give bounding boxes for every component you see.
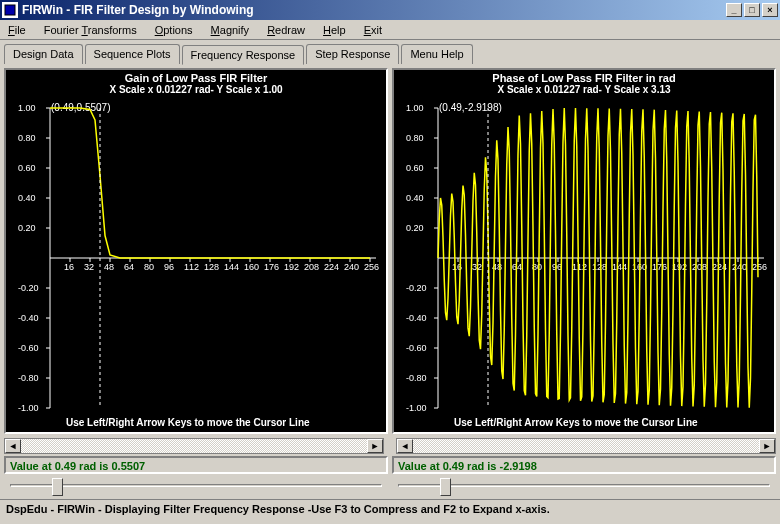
svg-text:-1.00: -1.00 [406, 403, 427, 413]
svg-text:0.40: 0.40 [406, 193, 424, 203]
svg-text:240: 240 [732, 262, 747, 272]
svg-text:-0.60: -0.60 [18, 343, 39, 353]
svg-text:112: 112 [572, 262, 587, 272]
svg-text:0.80: 0.80 [18, 133, 36, 143]
svg-text:96: 96 [164, 262, 174, 272]
svg-text:0.40: 0.40 [18, 193, 36, 203]
svg-text:176: 176 [652, 262, 667, 272]
slider-thumb[interactable] [52, 478, 63, 496]
phase-plot-title: Phase of Low Pass FIR Filter in rad [394, 72, 774, 84]
tab-frequency-response[interactable]: Frequency Response [182, 45, 305, 65]
svg-text:0.20: 0.20 [406, 223, 424, 233]
svg-text:-0.20: -0.20 [18, 283, 39, 293]
phase-value-readout: Value at 0.49 rad is -2.9198 [392, 456, 776, 474]
app-icon [2, 2, 18, 18]
close-button[interactable]: × [762, 3, 778, 17]
svg-text:160: 160 [244, 262, 259, 272]
svg-text:256: 256 [364, 262, 379, 272]
svg-text:208: 208 [692, 262, 707, 272]
gain-cursor-slider[interactable] [4, 475, 388, 499]
menu-redraw[interactable]: Redraw [263, 22, 309, 38]
svg-text:1.00: 1.00 [18, 103, 36, 113]
svg-text:64: 64 [124, 262, 134, 272]
status-bar: DspEdu - FIRWin - Displaying Filter Freq… [0, 499, 780, 518]
plot-area: Gain of Low Pass FIR Filter X Scale x 0.… [0, 64, 780, 438]
gain-value-readout: Value at 0.49 rad is 0.5507 [4, 456, 388, 474]
svg-text:144: 144 [612, 262, 627, 272]
scroll-left-icon[interactable]: ◄ [5, 439, 21, 453]
svg-text:240: 240 [344, 262, 359, 272]
svg-text:0.60: 0.60 [406, 163, 424, 173]
svg-text:-0.80: -0.80 [18, 373, 39, 383]
minimize-button[interactable]: _ [726, 3, 742, 17]
readout-row: Value at 0.49 rad is 0.5507 Value at 0.4… [0, 456, 780, 499]
titlebar: FIRWin - FIR Filter Design by Windowing … [0, 0, 780, 20]
menu-options[interactable]: Options [151, 22, 197, 38]
svg-text:-0.40: -0.40 [18, 313, 39, 323]
gain-chart: -1.00-0.80-0.60-0.40-0.200.200.400.600.8… [6, 100, 386, 420]
svg-text:176: 176 [264, 262, 279, 272]
svg-text:80: 80 [144, 262, 154, 272]
svg-text:-0.40: -0.40 [406, 313, 427, 323]
tab-menu-help[interactable]: Menu Help [401, 44, 472, 64]
svg-text:0.80: 0.80 [406, 133, 424, 143]
phase-plot-subtitle: X Scale x 0.01227 rad- Y Scale x 3.13 [394, 84, 774, 95]
svg-text:256: 256 [752, 262, 767, 272]
svg-text:-1.00: -1.00 [18, 403, 39, 413]
svg-rect-0 [5, 5, 15, 15]
slider-thumb[interactable] [440, 478, 451, 496]
menu-file[interactable]: File [4, 22, 30, 38]
gain-plot-panel[interactable]: Gain of Low Pass FIR Filter X Scale x 0.… [4, 68, 388, 434]
svg-text:16: 16 [64, 262, 74, 272]
menu-fourier[interactable]: Fourier Transforms [40, 22, 141, 38]
window-title: FIRWin - FIR Filter Design by Windowing [22, 3, 254, 17]
svg-text:1.00: 1.00 [406, 103, 424, 113]
phase-plot-hint: Use Left/Right Arrow Keys to move the Cu… [454, 417, 698, 428]
menu-help[interactable]: Help [319, 22, 350, 38]
scroll-right-icon[interactable]: ► [759, 439, 775, 453]
tab-design-data[interactable]: Design Data [4, 44, 83, 64]
svg-text:-0.60: -0.60 [406, 343, 427, 353]
gain-plot-hint: Use Left/Right Arrow Keys to move the Cu… [66, 417, 310, 428]
phase-chart: -1.00-0.80-0.60-0.40-0.200.200.400.600.8… [394, 100, 774, 420]
svg-text:144: 144 [224, 262, 239, 272]
svg-text:0.20: 0.20 [18, 223, 36, 233]
phase-plot-panel[interactable]: Phase of Low Pass FIR Filter in rad X Sc… [392, 68, 776, 434]
tabbar: Design Data Sequence Plots Frequency Res… [0, 40, 780, 64]
svg-text:-0.80: -0.80 [406, 373, 427, 383]
gain-plot-title: Gain of Low Pass FIR Filter [6, 72, 386, 84]
phase-cursor-slider[interactable] [392, 475, 776, 499]
gain-plot-subtitle: X Scale x 0.01227 rad- Y Scale x 1.00 [6, 84, 386, 95]
svg-text:192: 192 [284, 262, 299, 272]
menubar: File Fourier Transforms Options Magnify … [0, 20, 780, 40]
phase-hscrollbar[interactable]: ◄ ► [396, 438, 776, 454]
scroll-left-icon[interactable]: ◄ [397, 439, 413, 453]
svg-text:224: 224 [324, 262, 339, 272]
svg-text:128: 128 [204, 262, 219, 272]
maximize-button[interactable]: □ [744, 3, 760, 17]
gain-hscrollbar[interactable]: ◄ ► [4, 438, 384, 454]
svg-text:112: 112 [184, 262, 199, 272]
svg-text:208: 208 [304, 262, 319, 272]
tab-sequence-plots[interactable]: Sequence Plots [85, 44, 180, 64]
svg-text:32: 32 [84, 262, 94, 272]
menu-magnify[interactable]: Magnify [207, 22, 254, 38]
svg-text:-0.20: -0.20 [406, 283, 427, 293]
tab-step-response[interactable]: Step Response [306, 44, 399, 64]
svg-text:0.60: 0.60 [18, 163, 36, 173]
svg-text:48: 48 [104, 262, 114, 272]
scroll-right-icon[interactable]: ► [367, 439, 383, 453]
menu-exit[interactable]: Exit [360, 22, 386, 38]
